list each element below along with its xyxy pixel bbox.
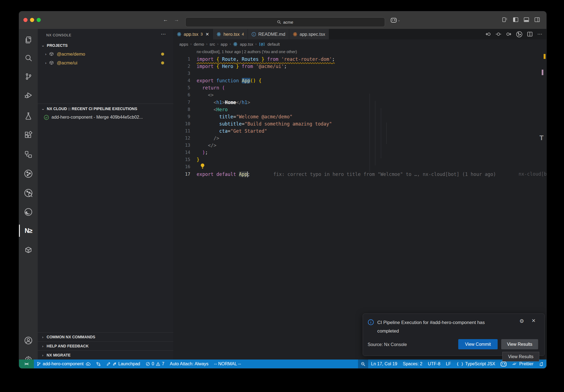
breadcrumb-item[interactable]: app.tsx [240,42,253,47]
editor-pane: app.tsx3✕hero.tsx4README.mdapp.spec.tsx … [173,29,546,360]
remote-indicator[interactable]: >< [19,360,34,368]
activity-item-graph-focus[interactable] [19,185,38,201]
sidebar-bottom-sections: ›COMMON NX COMMANDS›HELP AND FEEDBACK›NX… [38,332,173,360]
encoding-item[interactable]: UTF-8 [425,360,443,368]
history-back-button[interactable]: ← [162,17,169,23]
tab-badge: 4 [242,32,244,36]
activity-item-run-debug[interactable] [19,88,38,103]
activity-item-testing[interactable] [19,108,38,124]
close-tab-icon[interactable]: ✕ [205,32,209,37]
section-label: HELP AND FEEDBACK [47,344,88,348]
section-projects[interactable]: ⌄ PROJECTS [38,42,173,49]
line-number: 6 [173,91,193,99]
search-icon [277,20,281,24]
more-actions-icon[interactable]: ⋯ [537,31,543,37]
code-text: ); [193,149,208,156]
split-editor-icon[interactable] [527,31,533,37]
breadcrumb-item[interactable]: src [210,42,215,47]
tab-app.spec.tsx[interactable]: app.spec.tsx [289,29,329,39]
activity-item-explorer[interactable] [19,32,38,48]
prev-change-icon[interactable] [486,31,491,37]
file-icon [293,32,297,37]
vim-mode-item[interactable]: -- NORMAL -- [211,360,244,368]
chevron-separator-icon: › [230,42,231,46]
warning-squiggle: import { Route, Routes } from 'react-rou… [197,56,335,62]
auto-attach-item[interactable]: Auto Attach: Always [167,360,212,368]
open-changes-icon[interactable] [516,31,522,37]
history-forward-button[interactable]: → [173,17,180,23]
line-number: 10 [173,120,193,127]
activity-item-package-box[interactable] [19,242,38,258]
code-line-12: 12 /> [173,135,546,142]
next-change-icon[interactable] [506,31,511,37]
code-text [193,70,197,77]
code-text: <> [193,91,213,99]
command-center-search[interactable]: acme [185,17,385,27]
compare-item[interactable] [93,360,104,368]
launchpad-item[interactable]: Launchpad [104,360,143,368]
compare-change-icon[interactable] [496,31,501,37]
view-commit-button[interactable]: View Commit [458,339,498,349]
breadcrumb-symbol[interactable]: default [267,42,280,47]
overview-ruler-warning-mark [544,54,546,59]
divider [38,104,173,104]
eol-item[interactable]: LF [443,360,454,368]
activity-item-account[interactable] [19,333,38,348]
toggle-panel-icon[interactable] [524,17,529,22]
git-blame-lens[interactable]: nx-cloud[bot], 1 hour ago | 2 authors (Y… [197,49,546,56]
tab-label: app.spec.tsx [300,32,325,37]
indentation-item[interactable]: Spaces: 2 [400,360,425,368]
sidebar-section-nx-migrate[interactable]: ›NX MIGRATE [38,350,173,360]
gear-icon[interactable]: ⚙ [519,318,524,324]
section-label: PROJECTS [47,43,67,48]
copilot-menu-button[interactable]: ⌄ [391,18,400,23]
zoom-indicator[interactable] [358,360,368,368]
toggle-sidebar-icon[interactable] [513,17,518,22]
sidebar-section-help-and-feedback[interactable]: ›HELP AND FEEDBACK [38,341,173,350]
editor-actions: ⋯ [486,29,543,39]
activity-item-nx-console[interactable]: N≥ [19,223,38,238]
activity-item-source-control[interactable] [19,69,38,84]
sidebar-section-common-nx-commands[interactable]: ›COMMON NX COMMANDS [38,332,173,341]
code-line-17: 17export default App;fix: correct typo i… [173,171,546,178]
lightbulb-icon[interactable] [200,163,205,169]
line-number: 1 [173,56,193,63]
tab-app.tsx[interactable]: app.tsx3✕ [173,29,213,39]
tab-README.md[interactable]: README.md [248,29,289,39]
section-nx-cloud[interactable]: ⌄ NX CLOUD :: RECENT CI PIPELINE EXECUTI… [38,105,173,113]
language-mode-item[interactable]: { }TypeScript JSX [454,360,498,368]
activity-item-edge-browser[interactable] [19,204,38,220]
cursor-position-item[interactable]: Ln 17, Col 19 [368,360,400,368]
activity-item-search[interactable] [19,50,38,66]
activity-item-graph-circle[interactable] [19,166,38,181]
close-icon[interactable]: ✕ [532,318,536,324]
code-text: title="Welcome @acme/demo" [193,113,292,120]
tab-hero.tsx[interactable]: hero.tsx4 [213,29,248,39]
code-text: subtitle="Build something amazing today" [193,120,332,127]
activity-item-extensions[interactable] [19,127,38,143]
zoom-window-button [37,18,41,22]
code-area[interactable]: nx-cloud[bot], 1 hour ago | 2 authors (Y… [173,49,546,360]
project-label: @acme/demo [57,51,85,57]
project-tree-item[interactable]: › @acme/ui [38,58,173,67]
breadcrumb-item[interactable]: apps [179,42,188,47]
problems-item[interactable]: 07 [143,360,167,368]
code-text: <Hero [193,106,228,113]
nx-console-icon: N≥ [25,227,32,235]
more-actions-icon[interactable]: ⋯ [161,31,166,37]
project-tree-item[interactable]: › @acme/demo [38,50,173,58]
breadcrumb-item[interactable]: app [221,42,227,47]
chevron-separator-icon: › [191,42,192,46]
breadcrumb-item[interactable]: demo [194,42,204,47]
view-results-button[interactable]: View Results [501,339,538,349]
customize-layout-icon[interactable] [502,17,508,22]
activity-item-project-hierarchy[interactable] [19,147,38,162]
macos-traffic-lights[interactable] [23,18,41,22]
toggle-secondary-sidebar-icon[interactable] [535,17,540,22]
code-line-10: 10 subtitle="Build something amazing tod… [173,120,546,127]
code-text: import { Route, Routes } from 'react-rou… [193,56,335,63]
pipeline-execution-item[interactable]: add-hero-component - Merge 409b44e5cb02.… [38,113,173,122]
branch-item[interactable]: add-hero-component [34,360,93,368]
code-line-2: 2import { Hero } from '@acme/ui'; [173,63,546,70]
indent-guide [381,108,381,158]
